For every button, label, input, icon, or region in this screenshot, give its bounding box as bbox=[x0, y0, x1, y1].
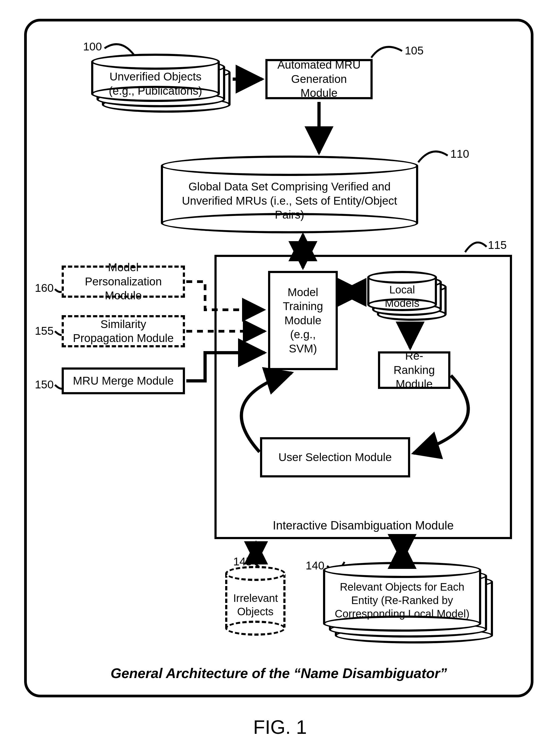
n145-text: Irrelevant Objects bbox=[225, 592, 285, 618]
n150-text: MRU Merge Module bbox=[73, 374, 174, 388]
ref-105: 105 bbox=[405, 44, 423, 57]
ref-115: 115 bbox=[488, 239, 507, 252]
n100-text: Unverified Objects (e.g., Publications) bbox=[91, 70, 220, 98]
mru-merge-module: MRU Merge Module bbox=[62, 367, 185, 394]
automated-mru-generation-module: Automated MRU Generation Module bbox=[265, 59, 373, 99]
model-personalization-module: Model Personalization Module bbox=[62, 266, 185, 298]
irrelevant-objects-db: Irrelevant Objects bbox=[225, 566, 285, 636]
interactive-disambiguation-module: Interactive Disambiguation Module bbox=[215, 255, 512, 539]
diagram-caption: General Architecture of the “Name Disamb… bbox=[27, 665, 531, 681]
ref-155: 155 bbox=[35, 325, 54, 338]
relevant-objects-db: Relevant Objects for Each Entity (Re-Ran… bbox=[323, 562, 495, 645]
n135-text: Re-Ranking Module bbox=[386, 349, 442, 391]
diagram-frame: 100 105 110 115 120 125 130 135 140 145 … bbox=[24, 19, 534, 697]
n115-text: Interactive Disambiguation Module bbox=[273, 518, 454, 533]
figure-label: FIG. 1 bbox=[0, 716, 560, 738]
local-models-db: Local Models bbox=[367, 271, 448, 322]
n110-text: Global Data Set Comprising Verified and … bbox=[161, 180, 418, 222]
ref-150: 150 bbox=[35, 378, 54, 391]
n120-text: Model Training Module (e.g., SVM) bbox=[277, 285, 329, 356]
n155-text: Similarity Propagation Module bbox=[70, 317, 176, 345]
similarity-propagation-module: Similarity Propagation Module bbox=[62, 315, 185, 347]
n140-text: Relevant Objects for Each Entity (Re-Ran… bbox=[323, 580, 481, 620]
re-ranking-module: Re-Ranking Module bbox=[378, 351, 451, 389]
n130-text: User Selection Module bbox=[279, 450, 392, 465]
n125-text: Local Models bbox=[367, 283, 437, 310]
user-selection-module: User Selection Module bbox=[260, 437, 410, 477]
page: 100 105 110 115 120 125 130 135 140 145 … bbox=[0, 0, 560, 751]
ref-100: 100 bbox=[83, 40, 102, 53]
model-training-module: Model Training Module (e.g., SVM) bbox=[268, 271, 338, 370]
ref-140: 140 bbox=[306, 559, 324, 572]
global-data-set-db: Global Data Set Comprising Verified and … bbox=[161, 156, 418, 233]
ref-160: 160 bbox=[35, 282, 54, 294]
ref-110: 110 bbox=[451, 148, 469, 160]
n160-text: Model Personalization Module bbox=[70, 261, 176, 303]
unverified-objects-db: Unverified Objects (e.g., Publications) bbox=[91, 54, 231, 113]
n105-text: Automated MRU Generation Module bbox=[274, 58, 364, 100]
